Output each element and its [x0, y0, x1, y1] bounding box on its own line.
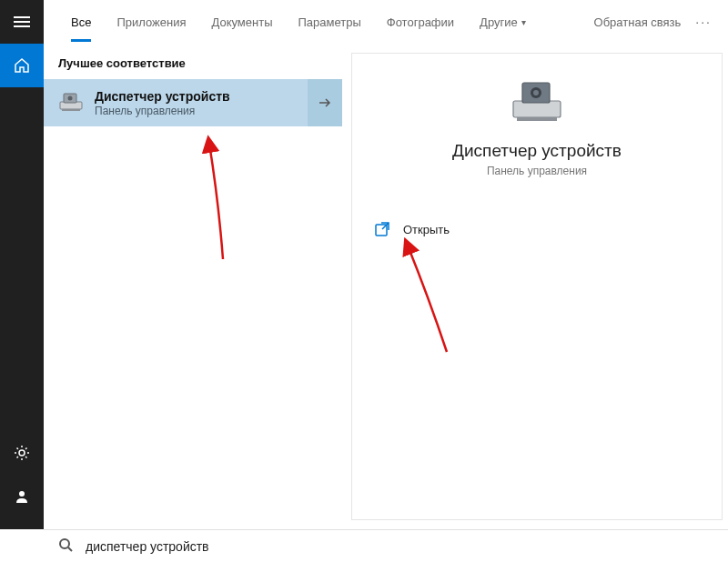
svg-point-4: [19, 491, 25, 497]
result-subtitle: Панель управления: [95, 105, 308, 117]
svg-rect-0: [14, 16, 30, 18]
user-button[interactable]: [0, 475, 44, 518]
tab-apps[interactable]: Приложения: [106, 0, 197, 44]
tab-label: Другие: [480, 15, 518, 29]
search-result-item[interactable]: Диспетчер устройств Панель управления: [44, 79, 342, 126]
tab-label: Приложения: [116, 15, 186, 29]
svg-point-12: [533, 90, 539, 95]
svg-rect-13: [517, 117, 557, 121]
open-action[interactable]: Открыть: [352, 214, 722, 245]
tab-all[interactable]: Все: [60, 0, 102, 44]
result-text: Диспетчер устройств Панель управления: [95, 89, 308, 117]
svg-line-16: [68, 547, 72, 551]
detail-app-icon: [511, 81, 562, 125]
content-area: Лучшее соответствие Диспетчер устройств …: [44, 44, 728, 529]
device-manager-icon: [58, 90, 84, 115]
expand-result-button[interactable]: [308, 79, 342, 126]
svg-rect-2: [14, 25, 30, 27]
search-icon: [58, 537, 73, 556]
search-input[interactable]: [86, 539, 713, 554]
tab-label: Фотографии: [387, 15, 454, 29]
settings-button[interactable]: [0, 431, 44, 475]
arrow-right-icon: [318, 95, 332, 110]
action-label: Открыть: [403, 223, 450, 236]
user-icon: [14, 488, 30, 505]
results-section-header: Лучшее соответствие: [44, 44, 342, 79]
svg-rect-9: [513, 101, 561, 117]
tab-photos[interactable]: Фотографии: [376, 0, 465, 44]
more-options-button[interactable]: ···: [695, 15, 712, 29]
svg-rect-1: [14, 21, 30, 23]
gear-icon: [14, 445, 30, 461]
filter-tabs: Все Приложения Документы Параметры Фотог…: [44, 0, 728, 44]
tab-settings[interactable]: Параметры: [287, 0, 371, 44]
home-button[interactable]: [0, 44, 44, 87]
tab-documents[interactable]: Документы: [200, 0, 283, 44]
svg-rect-8: [62, 109, 80, 111]
tab-more[interactable]: Другие▾: [469, 0, 537, 44]
svg-point-7: [68, 96, 73, 101]
tab-label: Документы: [211, 15, 272, 29]
sidebar: [0, 0, 44, 529]
svg-point-3: [19, 450, 25, 456]
chevron-down-icon: ▾: [521, 17, 526, 27]
feedback-link[interactable]: Обратная связь: [594, 15, 682, 29]
search-bar: [44, 529, 728, 562]
tab-label: Все: [71, 15, 91, 29]
home-icon: [14, 57, 30, 74]
svg-point-15: [60, 539, 69, 548]
tab-label: Параметры: [298, 15, 360, 29]
detail-subtitle: Панель управления: [487, 165, 587, 177]
result-title: Диспетчер устройств: [95, 89, 308, 104]
open-icon: [374, 221, 390, 237]
menu-button[interactable]: [0, 0, 44, 44]
detail-pane: Диспетчер устройств Панель управления От…: [351, 53, 723, 520]
results-pane: Лучшее соответствие Диспетчер устройств …: [44, 44, 342, 529]
hamburger-icon: [14, 14, 30, 30]
detail-title: Диспетчер устройств: [452, 141, 622, 161]
